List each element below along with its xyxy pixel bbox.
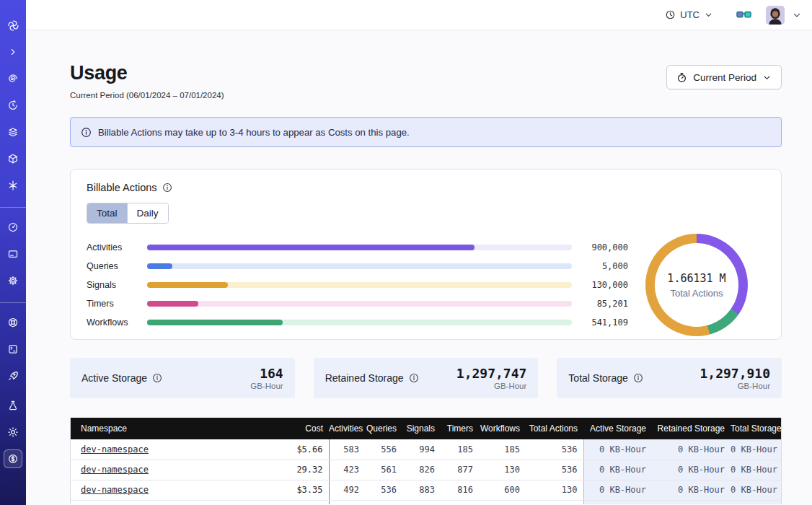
expand-chevron-icon[interactable] bbox=[4, 43, 22, 61]
namespaces-spiral-icon[interactable] bbox=[4, 69, 22, 88]
getting-started-rocket-icon[interactable] bbox=[4, 366, 22, 385]
3d-glasses-icon bbox=[736, 9, 751, 20]
info-icon bbox=[81, 127, 92, 138]
schedules-icon[interactable] bbox=[4, 96, 22, 115]
settings-gear-icon[interactable] bbox=[4, 271, 22, 290]
clock-icon bbox=[665, 9, 676, 20]
retained-storage-label: Retained Storage bbox=[325, 372, 404, 384]
bar-track bbox=[147, 320, 572, 325]
namespace-link[interactable]: dev-namespace bbox=[81, 444, 149, 454]
cell-signals: 994 bbox=[402, 439, 441, 460]
total-storage-unit: GB-Hour bbox=[700, 382, 770, 390]
chevron-down-icon bbox=[704, 10, 713, 19]
col-timers: Timers bbox=[441, 418, 479, 439]
pricing-dollar-icon[interactable] bbox=[4, 449, 22, 468]
info-icon[interactable] bbox=[633, 373, 643, 383]
bar-track bbox=[147, 301, 572, 307]
billable-actions-title: Billable Actions bbox=[87, 182, 157, 193]
bar-label: Queries bbox=[87, 261, 133, 271]
theme-sun-icon[interactable] bbox=[4, 423, 22, 442]
cell-activities: 492 bbox=[329, 480, 365, 500]
retained-storage-value: 1,297,747 bbox=[456, 366, 527, 381]
timezone-picker[interactable]: UTC bbox=[665, 9, 713, 20]
namespace-link[interactable]: dev-namespace bbox=[81, 465, 149, 475]
bar-fill bbox=[147, 301, 198, 307]
cell-total-actions: 536 bbox=[526, 439, 583, 460]
total-storage-label: Total Storage bbox=[568, 372, 628, 384]
docs-terminal-icon[interactable] bbox=[4, 340, 22, 359]
billing-card-icon[interactable] bbox=[4, 245, 22, 263]
cell-cost: $3.35 bbox=[258, 480, 329, 500]
col-queries: Queries bbox=[365, 418, 402, 439]
cell-timers: 185 bbox=[441, 439, 479, 460]
col-total-storage: Total Storage bbox=[731, 418, 781, 439]
cell-timers: 877 bbox=[441, 460, 479, 480]
namespace-usage-table: Namespace Cost Activities Queries Signal… bbox=[70, 418, 782, 504]
bar-label: Workflows bbox=[87, 317, 133, 328]
table-row: dev-namespace $3.35 492 536 883 816 600 … bbox=[71, 480, 781, 500]
billable-actions-chart: Activities 900,000 Queries 5,000 Signals… bbox=[87, 234, 765, 336]
labs-flask-icon[interactable] bbox=[4, 396, 22, 415]
col-signals: Signals bbox=[402, 418, 441, 439]
cell-total-actions: 536 bbox=[526, 460, 583, 480]
period-button-label: Current Period bbox=[693, 72, 756, 83]
user-avatar[interactable] bbox=[766, 6, 785, 25]
temporal-logo-icon[interactable] bbox=[4, 16, 22, 35]
stopwatch-icon bbox=[676, 72, 687, 83]
cell-queries: 561 bbox=[365, 460, 402, 480]
cell-total-storage: 0 KB-Hour bbox=[731, 460, 781, 480]
bar-row-activities: Activities 900,000 bbox=[87, 238, 628, 257]
bar-track bbox=[147, 245, 572, 250]
bar-fill bbox=[147, 320, 283, 325]
cell-activities: 583 bbox=[329, 439, 365, 460]
bar-label: Timers bbox=[87, 299, 133, 309]
cell-workflows: 185 bbox=[479, 439, 526, 460]
sidebar bbox=[0, 0, 26, 505]
deployments-layers-icon[interactable] bbox=[4, 123, 22, 141]
cell-workflows: 600 bbox=[479, 480, 526, 500]
cell-signals: 883 bbox=[402, 480, 441, 500]
user-menu-chevron-icon[interactable] bbox=[792, 10, 802, 20]
bar-fill bbox=[147, 282, 228, 288]
billable-actions-card: Billable Actions Total Daily Activities … bbox=[70, 169, 782, 340]
donut-total-value: 1.66131 M bbox=[667, 272, 725, 285]
sidebar-divider bbox=[0, 207, 26, 208]
bar-track bbox=[147, 263, 572, 269]
cell-activities: 423 bbox=[329, 460, 365, 480]
col-retained-storage: Retained Storage bbox=[652, 418, 731, 439]
workers-cube-icon[interactable] bbox=[4, 149, 22, 168]
period-select-button[interactable]: Current Period bbox=[666, 65, 782, 89]
donut-chart: 1.66131 M Total Actions bbox=[645, 234, 748, 336]
usage-gauge-icon[interactable] bbox=[4, 218, 22, 237]
active-storage-value: 164 bbox=[250, 366, 283, 381]
active-storage-unit: GB-Hour bbox=[250, 382, 283, 390]
bar-fill bbox=[147, 263, 172, 269]
bar-label: Signals bbox=[87, 280, 133, 290]
namespace-link[interactable]: dev-namespace bbox=[81, 485, 149, 495]
col-cost: Cost bbox=[258, 418, 329, 439]
table-header-row: Namespace Cost Activities Queries Signal… bbox=[71, 418, 781, 439]
bar-value: 541,109 bbox=[582, 317, 628, 328]
nexus-asterisk-icon[interactable] bbox=[4, 176, 22, 195]
cell-total-storage: 0 KB-Hour bbox=[731, 480, 781, 500]
table-row: dev-namespace $5.66 583 556 994 185 185 … bbox=[71, 439, 781, 460]
support-lifebuoy-icon[interactable] bbox=[4, 313, 22, 332]
cell-total-storage: 0 KB-Hour bbox=[731, 439, 781, 460]
timezone-label: UTC bbox=[680, 9, 700, 20]
info-banner: Billable Actions may take up to 3-4 hour… bbox=[70, 117, 782, 147]
cell-signals: 826 bbox=[402, 460, 441, 480]
bar-fill bbox=[147, 245, 475, 250]
tab-daily[interactable]: Daily bbox=[127, 203, 168, 223]
feedback-glasses-button[interactable] bbox=[736, 9, 751, 20]
info-icon[interactable] bbox=[162, 183, 172, 193]
page-subtitle: Current Period (06/01/2024 – 07/01/2024) bbox=[70, 91, 224, 100]
chevron-down-icon bbox=[762, 73, 772, 82]
cell-retained-storage: 0 KB-Hour bbox=[652, 460, 731, 480]
info-icon[interactable] bbox=[152, 373, 162, 383]
active-storage-card: Active Storage 164 GB-Hour bbox=[70, 358, 295, 398]
cell-active-storage: 0 KB-Hour bbox=[583, 439, 652, 460]
info-icon[interactable] bbox=[409, 373, 419, 383]
storage-summary-row: Active Storage 164 GB-Hour Retained Stor… bbox=[70, 358, 782, 398]
tab-total[interactable]: Total bbox=[87, 203, 127, 223]
bar-row-timers: Timers 85,201 bbox=[87, 294, 628, 313]
